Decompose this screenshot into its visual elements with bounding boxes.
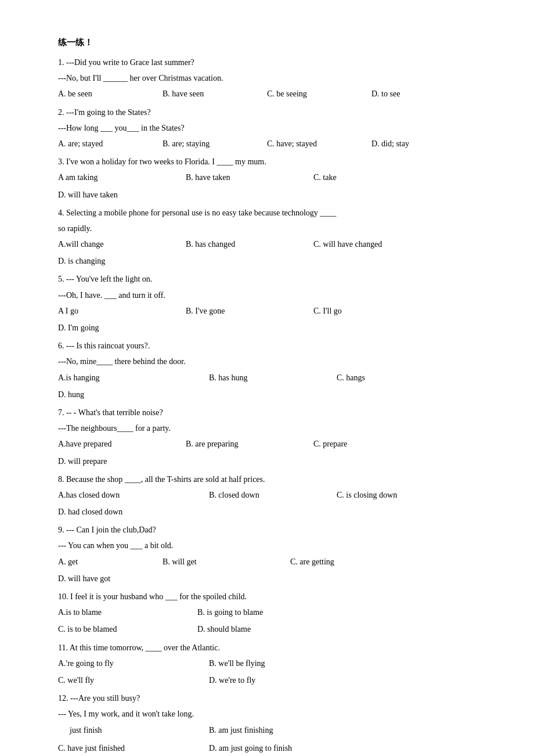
q7-line1: 7. -- - What's that terrible noise?: [58, 405, 488, 420]
q12-optA: just finish: [58, 723, 209, 737]
q8-optC: C. is closing down: [337, 488, 488, 502]
q8-optA: A.has closed down: [58, 488, 209, 502]
q11-optB: B. we'll be flying: [209, 656, 360, 671]
q3-optB: B. have taken: [186, 170, 313, 185]
main-content: 练一练！ 1. ---Did you write to Grace last s…: [58, 35, 488, 756]
question-2: 2. ---I'm going to the States? ---How lo…: [58, 105, 488, 152]
q6-optA: A.is hanging: [58, 370, 209, 385]
q12-line1: 12. ---Are you still busy?: [58, 691, 488, 705]
q3-optC: C. take: [313, 170, 418, 185]
q7-optA: A.have prepared: [58, 437, 186, 451]
question-1: 1. ---Did you write to Grace last summer…: [58, 55, 488, 102]
q4-line2: so rapidly.: [58, 221, 488, 236]
q10-optB: B. is going to blame: [197, 605, 360, 620]
q2-line1: 2. ---I'm going to the States?: [58, 105, 488, 120]
q5-line2: ---Oh, I have. ___ and turn it off.: [58, 288, 488, 303]
q11-optD: D. we're to fly: [209, 673, 325, 687]
q10-options: A.is to blame B. is going to blame C. is…: [58, 605, 488, 636]
q5-optC: C. I'll go: [313, 304, 441, 318]
q6-line1: 6. --- Is this raincoat yours?.: [58, 339, 488, 353]
q3-line1: 3. I've won a holiday for two weeks to F…: [58, 154, 488, 169]
q12-options-row2: C. have just finished D. am just going t…: [58, 741, 488, 755]
q1-optB: B. have seen: [163, 87, 267, 101]
q9-line1: 9. --- Can I join the club,Dad?: [58, 523, 488, 537]
q4-optC: C. will have changed: [313, 237, 464, 251]
q10-optC: C. is to be blamed: [58, 622, 197, 636]
q11-options: A.'re going to fly B. we'll be flying C.…: [58, 656, 488, 687]
q12-optD: D. am just going to finish: [209, 741, 383, 755]
q2-optD: D. did; stay: [371, 136, 476, 151]
question-9: 9. --- Can I join the club,Dad? --- You …: [58, 523, 488, 586]
q5-optB: B. I've gone: [186, 304, 313, 318]
q1-optC: C. be seeing: [267, 87, 371, 101]
q9-optA: A. get: [58, 555, 163, 569]
q12-optB: B. am just finishing: [209, 723, 360, 737]
q5-line1: 5. --- You've left the light on.: [58, 272, 488, 286]
q7-optB: B. are preparing: [186, 437, 313, 451]
q11-optA: A.'re going to fly: [58, 656, 209, 671]
question-10: 10. I feel it is your husband who ___ fo…: [58, 589, 488, 637]
q1-optA: A. be seen: [58, 87, 163, 101]
q11-optC: C. we'll fly: [58, 673, 209, 687]
question-3: 3. I've won a holiday for two weeks to F…: [58, 154, 488, 202]
q12-line2: --- Yes, I my work, and it won't take lo…: [58, 707, 488, 721]
q2-optC: C. have; stayed: [267, 136, 371, 151]
question-7: 7. -- - What's that terrible noise? ---T…: [58, 405, 488, 469]
q9-optD: D. will have got: [58, 571, 209, 586]
q7-line2: ---The neighbours____ for a party.: [58, 421, 488, 435]
q5-optA: A I go: [58, 304, 186, 318]
section-title: 练一练！: [58, 35, 488, 51]
q8-optD: D. had closed down: [58, 505, 209, 519]
q9-optC: C. are getting: [290, 555, 418, 569]
q7-optC: C. prepare: [313, 437, 418, 451]
q8-options: A.has closed down B. closed down C. is c…: [58, 488, 488, 519]
q10-optA: A.is to blame: [58, 605, 197, 620]
q2-optB: B. are; staying: [163, 136, 267, 151]
q7-optD: D. will prepare: [58, 454, 209, 469]
q1-optD: D. to see: [371, 87, 476, 101]
q9-line2: --- You can when you ___ a bit old.: [58, 538, 488, 553]
q4-optD: D. is changing: [58, 254, 186, 268]
q4-line1: 4. Selecting a mobile phone for personal…: [58, 206, 488, 220]
q8-line1: 8. Because the shop ____, all the T-shir…: [58, 472, 488, 487]
question-12: 12. ---Are you still busy? --- Yes, I my…: [58, 691, 488, 755]
q4-options: A.will change B. has changed C. will hav…: [58, 237, 488, 268]
q10-line1: 10. I feel it is your husband who ___ fo…: [58, 589, 488, 604]
q9-optB: B. will get: [163, 555, 290, 569]
q4-optA: A.will change: [58, 237, 186, 251]
q7-options: A.have prepared B. are preparing C. prep…: [58, 437, 488, 468]
q8-optB: B. closed down: [209, 488, 337, 502]
q6-options: A.is hanging B. has hung C. hangs D. hun…: [58, 370, 488, 402]
q6-optB: B. has hung: [209, 370, 337, 385]
q3-options: A am taking B. have taken C. take D. wil…: [58, 170, 488, 201]
question-11: 11. At this time tomorrow, ____ over the…: [58, 640, 488, 688]
q3-optD: D. will have taken: [58, 188, 186, 202]
q1-line2: ---No, but I'll ______ her over Christma…: [58, 71, 488, 85]
q6-line2: ---No, mine____ there behind the door.: [58, 354, 488, 369]
q11-line1: 11. At this time tomorrow, ____ over the…: [58, 640, 488, 655]
q2-optA: A. are; stayed: [58, 136, 163, 151]
q1-line1: 1. ---Did you write to Grace last summer…: [58, 55, 488, 70]
q10-optD: D. should blame: [197, 622, 313, 636]
q2-line2: ---How long ___ you___ in the States?: [58, 121, 488, 135]
q1-options: A. be seen B. have seen C. be seeing D. …: [58, 87, 488, 101]
question-6: 6. --- Is this raincoat yours?. ---No, m…: [58, 339, 488, 402]
question-4: 4. Selecting a mobile phone for personal…: [58, 206, 488, 269]
q2-options: A. are; stayed B. are; staying C. have; …: [58, 136, 488, 151]
q6-optC: C. hangs: [337, 370, 441, 385]
q12-optC: C. have just finished: [58, 741, 209, 755]
q12-options-row1: just finish B. am just finishing: [58, 723, 488, 737]
q5-optD: D. I'm going: [58, 321, 209, 335]
q4-optB: B. has changed: [186, 237, 313, 251]
q9-options: A. get B. will get C. are getting D. wil…: [58, 555, 488, 586]
q3-optA: A am taking: [58, 170, 186, 185]
question-5: 5. --- You've left the light on. ---Oh, …: [58, 272, 488, 335]
q6-optD: D. hung: [58, 387, 163, 402]
question-8: 8. Because the shop ____, all the T-shir…: [58, 472, 488, 520]
q5-options: A I go B. I've gone C. I'll go D. I'm go…: [58, 304, 488, 335]
